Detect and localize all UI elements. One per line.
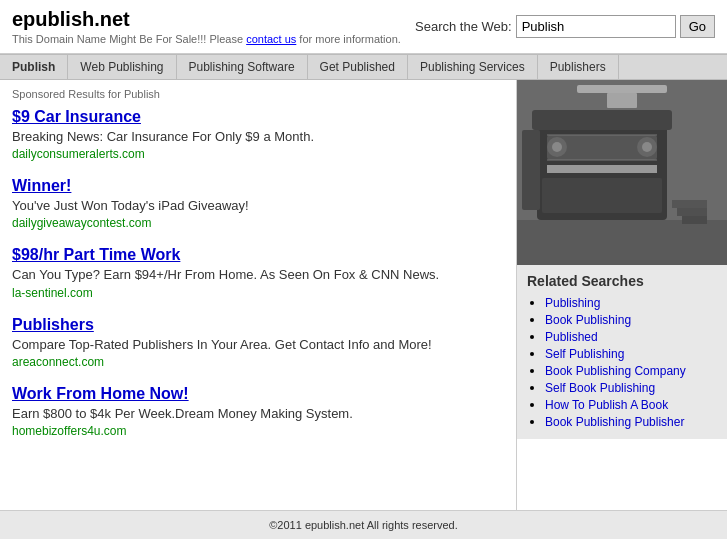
related-item: Book Publishing Company xyxy=(545,363,717,378)
svg-point-9 xyxy=(642,142,652,152)
svg-rect-15 xyxy=(522,130,540,210)
svg-rect-4 xyxy=(532,110,672,130)
related-link[interactable]: How To Publish A Book xyxy=(545,398,668,412)
left-column: Sponsored Results for Publish $9 Car Ins… xyxy=(0,80,517,510)
svg-rect-10 xyxy=(547,165,657,173)
ad-desc: Earn $800 to $4k Per Week.Dream Money Ma… xyxy=(12,405,504,423)
ad-link[interactable]: $98/hr Part Time Work xyxy=(12,246,180,263)
ad-item: Work From Home Now! Earn $800 to $4k Per… xyxy=(12,385,504,438)
related-item: How To Publish A Book xyxy=(545,397,717,412)
svg-rect-11 xyxy=(542,178,662,213)
ad-title: $9 Car Insurance xyxy=(12,108,504,126)
related-link[interactable]: Publishing xyxy=(545,296,600,310)
ad-url: la-sentinel.com xyxy=(12,286,504,300)
svg-rect-14 xyxy=(682,216,707,224)
footer: ©2011 epublish.net All rights reserved. xyxy=(0,510,727,539)
ad-url: dailyconsumeralerts.com xyxy=(12,147,504,161)
ad-item: $9 Car Insurance Breaking News: Car Insu… xyxy=(12,108,504,161)
nav-item-web-publishing[interactable]: Web Publishing xyxy=(68,55,176,79)
ad-link[interactable]: $9 Car Insurance xyxy=(12,108,141,125)
ad-link[interactable]: Work From Home Now! xyxy=(12,385,189,402)
ads-container: $9 Car Insurance Breaking News: Car Insu… xyxy=(12,108,504,438)
search-input[interactable] xyxy=(516,15,676,38)
related-searches-title: Related Searches xyxy=(527,273,717,289)
related-link[interactable]: Book Publishing Company xyxy=(545,364,686,378)
search-label: Search the Web: xyxy=(415,19,512,34)
ad-url: homebizoffers4u.com xyxy=(12,424,504,438)
ad-item: Publishers Compare Top-Rated Publishers … xyxy=(12,316,504,369)
related-item: Self Book Publishing xyxy=(545,380,717,395)
contact-link[interactable]: contact us xyxy=(246,33,296,45)
press-machine-image xyxy=(517,80,727,265)
svg-rect-18 xyxy=(577,85,667,93)
svg-rect-12 xyxy=(672,200,707,208)
related-link[interactable]: Published xyxy=(545,330,598,344)
nav-item-publishers[interactable]: Publishers xyxy=(538,55,619,79)
ad-url: dailygiveawaycontest.com xyxy=(12,216,504,230)
sponsored-label: Sponsored Results for Publish xyxy=(12,88,504,100)
related-item: Book Publishing Publisher xyxy=(545,414,717,429)
search-area: Search the Web: Go xyxy=(415,15,715,38)
ad-url: areaconnect.com xyxy=(12,355,504,369)
ad-link[interactable]: Winner! xyxy=(12,177,71,194)
svg-rect-2 xyxy=(517,220,727,265)
ad-title: Winner! xyxy=(12,177,504,195)
related-link[interactable]: Self Publishing xyxy=(545,347,624,361)
related-item: Book Publishing xyxy=(545,312,717,327)
header: epublish.net This Domain Name Might Be F… xyxy=(0,0,727,54)
related-item: Self Publishing xyxy=(545,346,717,361)
svg-rect-13 xyxy=(677,208,707,216)
ad-desc: You've Just Won Today's iPad Giveaway! xyxy=(12,197,504,215)
related-link[interactable]: Book Publishing xyxy=(545,313,631,327)
main-content: Sponsored Results for Publish $9 Car Ins… xyxy=(0,80,727,510)
nav-item-publish[interactable]: Publish xyxy=(0,55,68,79)
right-column: Related Searches PublishingBook Publishi… xyxy=(517,80,727,510)
ad-title: Work From Home Now! xyxy=(12,385,504,403)
related-item: Publishing xyxy=(545,295,717,310)
ad-desc: Breaking News: Car Insurance For Only $9… xyxy=(12,128,504,146)
svg-rect-19 xyxy=(607,93,637,108)
header-left: epublish.net This Domain Name Might Be F… xyxy=(12,8,401,45)
site-title: epublish.net xyxy=(12,8,401,31)
site-subtitle: This Domain Name Might Be For Sale!!! Pl… xyxy=(12,33,401,45)
nav-item-publishing-services[interactable]: Publishing Services xyxy=(408,55,538,79)
related-link[interactable]: Book Publishing Publisher xyxy=(545,415,684,429)
related-searches-panel: Related Searches PublishingBook Publishi… xyxy=(517,265,727,439)
related-link[interactable]: Self Book Publishing xyxy=(545,381,655,395)
ad-title: Publishers xyxy=(12,316,504,334)
ad-title: $98/hr Part Time Work xyxy=(12,246,504,264)
ad-item: $98/hr Part Time Work Can You Type? Earn… xyxy=(12,246,504,299)
search-button[interactable]: Go xyxy=(680,15,715,38)
ad-desc: Compare Top-Rated Publishers In Your Are… xyxy=(12,336,504,354)
nav-bar: PublishWeb PublishingPublishing Software… xyxy=(0,54,727,80)
nav-item-get-published[interactable]: Get Published xyxy=(308,55,408,79)
footer-text: ©2011 epublish.net All rights reserved. xyxy=(269,519,458,531)
related-list: PublishingBook PublishingPublishedSelf P… xyxy=(527,295,717,429)
nav-item-publishing-software[interactable]: Publishing Software xyxy=(177,55,308,79)
svg-point-7 xyxy=(552,142,562,152)
ad-link[interactable]: Publishers xyxy=(12,316,94,333)
ad-item: Winner! You've Just Won Today's iPad Giv… xyxy=(12,177,504,230)
related-item: Published xyxy=(545,329,717,344)
ad-desc: Can You Type? Earn $94+/Hr From Home. As… xyxy=(12,266,504,284)
